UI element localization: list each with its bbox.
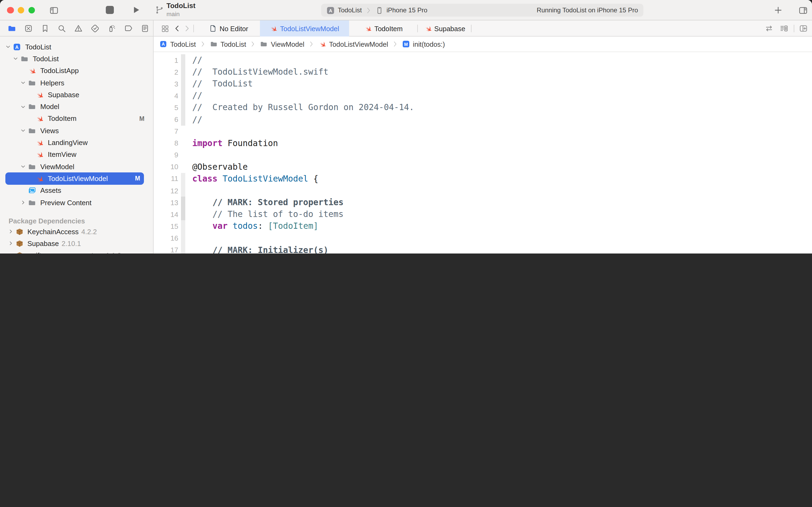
debug-navigator-button[interactable]: [103, 22, 120, 35]
disclosure-open-icon[interactable]: [4, 44, 12, 49]
editor-tab-todoitem[interactable]: TodoItem: [349, 20, 418, 37]
line-number[interactable]: 9: [154, 151, 178, 159]
line-number[interactable]: 16: [154, 234, 178, 242]
fold-ribbon[interactable]: [181, 173, 185, 185]
file-tree-item-todolistviewmodel[interactable]: TodoListViewModelM: [0, 173, 153, 185]
stop-button[interactable]: [106, 6, 114, 14]
fold-ribbon[interactable]: [181, 137, 185, 149]
breakpoint-navigator-button[interactable]: [120, 22, 136, 35]
fold-ribbon[interactable]: [181, 66, 185, 78]
disclosure-open-icon[interactable]: [12, 56, 19, 61]
fold-ribbon[interactable]: [181, 90, 185, 102]
line-number[interactable]: 4: [154, 92, 178, 100]
file-tree-item-views[interactable]: Views: [0, 125, 153, 137]
forward-button[interactable]: [183, 20, 191, 37]
disclosure-open-icon[interactable]: [19, 128, 27, 133]
fold-ribbon[interactable]: [181, 208, 185, 220]
minimize-window-button[interactable]: [18, 7, 24, 13]
breadcrumb-item[interactable]: ViewModel: [260, 40, 304, 48]
code-line-12[interactable]: 12: [154, 185, 812, 196]
run-button[interactable]: [131, 5, 141, 14]
add-button[interactable]: [774, 6, 782, 14]
add-editor-button[interactable]: [798, 20, 809, 37]
line-number[interactable]: 6: [154, 115, 178, 123]
line-number[interactable]: 2: [154, 68, 178, 76]
line-number[interactable]: 17: [154, 246, 178, 253]
fold-ribbon[interactable]: [181, 161, 185, 173]
fold-ribbon[interactable]: [181, 244, 185, 253]
code-line-13[interactable]: 13 // MARK: Stored properties: [154, 196, 812, 208]
bookmark-navigator-button[interactable]: [37, 22, 54, 35]
disclosure-open-icon[interactable]: [19, 164, 27, 169]
file-tree-item-assets[interactable]: Assets: [0, 184, 153, 196]
code-review-button[interactable]: [763, 20, 775, 37]
disclosure-closed-icon[interactable]: [19, 200, 27, 205]
code-line-6[interactable]: 6//: [154, 114, 812, 125]
file-tree-item-viewmodel[interactable]: ViewModel: [0, 161, 153, 173]
scheme-name[interactable]: TodoList: [338, 6, 362, 14]
file-tree-item-todolistapp[interactable]: TodoListApp: [0, 65, 153, 77]
fold-ribbon[interactable]: [181, 149, 185, 161]
editor-tab-no-editor[interactable]: No Editor: [197, 20, 260, 37]
activity-status-bar[interactable]: A TodoList iPhone 15 Pro Running TodoLis…: [321, 4, 643, 17]
code-line-8[interactable]: 8import Foundation: [154, 137, 812, 149]
file-tree-item-helpers[interactable]: Helpers: [0, 77, 153, 89]
code-line-14[interactable]: 14 // The list of to-do items: [154, 208, 812, 220]
code-line-17[interactable]: 17 // MARK: Initializer(s): [154, 244, 812, 253]
run-destination[interactable]: iPhone 15 Pro: [387, 6, 427, 14]
source-control-navigator-button[interactable]: [20, 22, 37, 35]
editor-tab-supabase[interactable]: Supabase: [418, 20, 471, 37]
project-navigator-button[interactable]: [4, 22, 20, 35]
file-tree-item-landingview[interactable]: LandingView: [0, 137, 153, 149]
file-tree-item-preview-content[interactable]: Preview Content: [0, 196, 153, 209]
back-button[interactable]: [173, 20, 181, 37]
source-editor[interactable]: 1//2// TodoListViewModel.swift3// TodoLi…: [154, 52, 812, 253]
line-number[interactable]: 14: [154, 211, 178, 219]
sidebar-split-divider[interactable]: [153, 20, 154, 253]
file-tree-item-todolist[interactable]: TodoList: [0, 53, 153, 65]
disclosure-closed-icon[interactable]: [7, 253, 14, 253]
line-number[interactable]: 12: [154, 187, 178, 195]
editor-tab-todolistviewmodel[interactable]: TodoListViewModel: [260, 20, 349, 37]
line-number[interactable]: 5: [154, 104, 178, 112]
breadcrumb-item[interactable]: TodoList: [210, 40, 246, 48]
fold-ribbon[interactable]: [181, 114, 185, 125]
zoom-window-button[interactable]: [28, 7, 35, 13]
close-window-button[interactable]: [7, 7, 14, 13]
editor-layout-grid-button[interactable]: [157, 20, 173, 37]
fold-ribbon[interactable]: [181, 78, 185, 90]
code-line-16[interactable]: 16: [154, 232, 812, 244]
line-number[interactable]: 7: [154, 127, 178, 135]
code-line-9[interactable]: 9: [154, 149, 812, 161]
issue-navigator-button[interactable]: [70, 22, 87, 35]
line-number[interactable]: 11: [154, 175, 178, 183]
fold-ribbon[interactable]: [181, 102, 185, 114]
package-item-swift-concurrency-extras[interactable]: swift-concurrency-extras1.1.0: [0, 249, 153, 253]
file-tree-item-todoitem[interactable]: TodoItemM: [0, 113, 153, 125]
disclosure-closed-icon[interactable]: [7, 229, 14, 234]
report-navigator-button[interactable]: [136, 22, 153, 35]
code-line-5[interactable]: 5// Created by Russell Gordon on 2024-04…: [154, 102, 812, 114]
file-tree-item-supabase[interactable]: Supabase: [0, 89, 153, 101]
fold-ribbon[interactable]: [181, 196, 185, 208]
line-number[interactable]: 3: [154, 80, 178, 88]
code-line-2[interactable]: 2// TodoListViewModel.swift: [154, 66, 812, 78]
test-navigator-button[interactable]: [87, 22, 103, 35]
line-number[interactable]: 8: [154, 139, 178, 147]
fold-ribbon[interactable]: [181, 220, 185, 232]
package-item-supabase[interactable]: Supabase2.10.1: [0, 238, 153, 250]
code-line-11[interactable]: 11class TodoListViewModel {: [154, 173, 812, 185]
find-navigator-button[interactable]: [53, 22, 70, 35]
fold-ribbon[interactable]: [181, 54, 185, 66]
line-number[interactable]: 15: [154, 222, 178, 230]
disclosure-closed-icon[interactable]: [7, 241, 14, 246]
disclosure-open-icon[interactable]: [19, 104, 27, 109]
fold-ribbon[interactable]: [181, 125, 185, 137]
breadcrumb-item[interactable]: Minit(todos:): [402, 40, 445, 48]
code-line-15[interactable]: 15 var todos: [TodoItem]: [154, 220, 812, 232]
package-item-keychainaccess[interactable]: KeychainAccess4.2.2: [0, 226, 153, 238]
code-line-10[interactable]: 10@Observable: [154, 161, 812, 173]
fold-ribbon[interactable]: [181, 185, 185, 196]
file-tree-item-itemview[interactable]: ItemView: [0, 149, 153, 161]
breadcrumb-item[interactable]: TodoListViewModel: [318, 40, 388, 48]
